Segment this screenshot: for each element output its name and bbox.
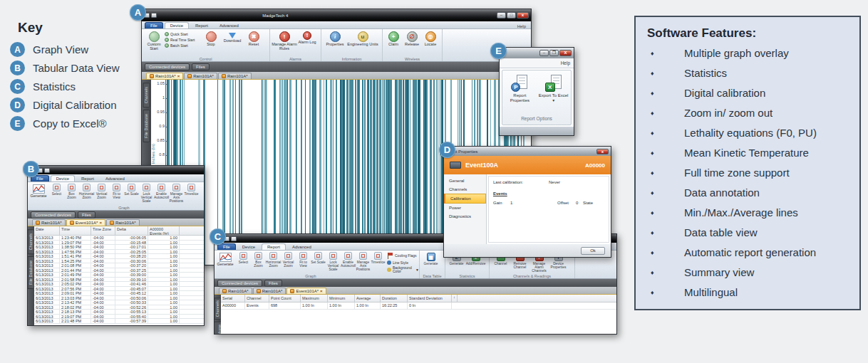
properties-button[interactable]: i Properties xyxy=(323,30,347,47)
ribbon-tab-report[interactable]: Report xyxy=(262,243,286,250)
document-tab[interactable]: Rain101A* xyxy=(219,288,252,294)
column-header[interactable]: Date xyxy=(34,226,60,235)
document-tab[interactable]: Rain101A* xyxy=(32,219,66,226)
minimize-button[interactable]: – xyxy=(539,50,549,56)
document-tab[interactable]: Event101A*× xyxy=(66,219,105,226)
real-time-start-button[interactable]: Real Time Start xyxy=(165,38,200,42)
nav-item-diagnostics[interactable]: Diagnostics xyxy=(444,212,486,221)
alarm-log-icon: ! xyxy=(303,31,311,40)
ok-button[interactable]: Ok xyxy=(581,247,605,255)
quick-start-button[interactable]: Quick Start xyxy=(165,32,200,36)
ribbon-tab-advanced[interactable]: Advanced xyxy=(287,244,316,250)
close-tab-icon[interactable]: × xyxy=(99,221,102,225)
titlebar[interactable]: Event Properties x xyxy=(444,147,611,156)
document-tab[interactable]: Event101A*× xyxy=(286,288,326,294)
close-button[interactable]: x xyxy=(517,12,529,19)
close-button[interactable]: X xyxy=(559,50,572,56)
column-header[interactable]: Channel xyxy=(245,295,269,302)
nav-item-general[interactable]: General xyxy=(444,177,486,185)
ribbon-tab-report[interactable]: Report xyxy=(76,176,99,182)
document-tab[interactable]: Rain101A* xyxy=(253,288,286,294)
alarm-log-button[interactable]: ! Alarm Log xyxy=(297,30,317,45)
tool-icon xyxy=(187,184,195,191)
document-tab[interactable]: Rain101A* xyxy=(218,73,252,79)
column-header[interactable]: Duration xyxy=(381,295,408,302)
nav-item-power[interactable]: Power xyxy=(444,204,486,212)
generate-button[interactable]: Generate xyxy=(28,182,49,210)
close-button[interactable]: x xyxy=(596,149,609,154)
sort-icon[interactable]: ↓ xyxy=(452,295,458,302)
cell: -04:00 xyxy=(91,245,115,249)
print-icon[interactable] xyxy=(44,168,50,173)
ribbon-tab-device[interactable]: Device xyxy=(51,175,75,182)
column-header[interactable]: Serial xyxy=(221,295,245,302)
reset-button[interactable]: ✖ Reset xyxy=(243,30,264,47)
titlebar[interactable] xyxy=(28,166,204,174)
column-header[interactable]: Time xyxy=(60,226,91,235)
files-tab[interactable]: Files xyxy=(78,211,95,219)
nav-item-channels[interactable]: Channels xyxy=(444,185,486,194)
file-database-side-tab[interactable]: File Database xyxy=(143,110,150,142)
files-tab[interactable]: Files xyxy=(192,63,210,70)
nav-item-calibration[interactable]: Calibration xyxy=(444,194,486,204)
document-tab[interactable]: Rain101A* xyxy=(184,73,217,79)
file-database-side-tab[interactable]: File Database xyxy=(28,256,34,289)
column-header[interactable]: Standard Deviation xyxy=(408,295,452,302)
line-style-button[interactable]: Line Style xyxy=(387,261,419,265)
cell: -00:50:06 xyxy=(115,296,148,300)
column-header[interactable]: Maximum xyxy=(301,295,328,302)
column-header[interactable]: Time Zone xyxy=(91,226,115,235)
channels-side-tab[interactable]: Channels xyxy=(143,83,150,107)
restore-button[interactable]: ❐ xyxy=(549,50,559,56)
column-header[interactable]: Delta xyxy=(115,226,148,235)
channels-side-tab[interactable]: Channels xyxy=(28,229,34,254)
ribbon-tab-device[interactable]: Device xyxy=(237,244,260,250)
document-tab[interactable]: Rain101A*× xyxy=(146,73,183,79)
locate-button[interactable]: ◎ Locate xyxy=(421,30,440,47)
download-button[interactable]: Download xyxy=(222,30,243,43)
background-color-button[interactable]: Background Color ▼ xyxy=(387,266,419,273)
claim-button[interactable]: + Claim xyxy=(384,30,403,47)
column-header[interactable]: Average xyxy=(355,295,381,302)
offset-value[interactable]: 0 xyxy=(576,201,578,205)
custom-start-button[interactable]: Custom Start xyxy=(143,30,165,51)
ribbon-tab-advanced[interactable]: Advanced xyxy=(100,176,130,182)
generate-button[interactable]: Generate xyxy=(215,251,236,278)
close-tab-icon[interactable]: × xyxy=(177,74,180,78)
ribbon-tab-device[interactable]: Device xyxy=(165,22,189,28)
column-header[interactable]: Minimum xyxy=(328,295,355,302)
help-link[interactable]: Help xyxy=(517,24,528,28)
print-icon[interactable] xyxy=(231,236,237,241)
ribbon-tab-report[interactable]: Report xyxy=(190,23,213,28)
table-row[interactable]: 6/13/20132:21:48 PM-04:00-00:57:391.00 xyxy=(34,319,204,324)
export-to-excel-button[interactable]: X Export To Excel ▼ xyxy=(537,75,570,103)
ribbon-tab-advanced[interactable]: Advanced xyxy=(215,23,244,28)
release-button[interactable]: ∅ Release xyxy=(403,30,421,47)
maximize-button[interactable]: □ xyxy=(507,12,516,19)
close-tab-icon[interactable]: × xyxy=(320,289,323,293)
batch-start-button[interactable]: Batch Start xyxy=(165,43,200,48)
connected-devices-tab[interactable]: Connected devices xyxy=(145,63,190,70)
gain-value[interactable]: 1 xyxy=(510,201,512,205)
help-link[interactable]: Help xyxy=(561,60,570,65)
ribbon-tab-file[interactable]: File xyxy=(145,22,163,28)
stop-button[interactable]: Stop xyxy=(200,30,222,47)
panel-bar: Connected devices Files xyxy=(28,211,204,219)
generate-data-table-button[interactable]: ▦ Generate xyxy=(421,251,440,265)
document-tab[interactable]: Rain101A* xyxy=(106,219,140,226)
minimize-button[interactable]: – xyxy=(497,12,506,19)
save-icon[interactable] xyxy=(151,13,157,18)
column-header[interactable]: A00000Events (hr) xyxy=(148,226,180,235)
titlebar[interactable]: – ❐ X xyxy=(500,48,574,58)
manage-alarm-rules-button[interactable]: ! Manage Alarm Rules xyxy=(272,30,297,51)
connected-devices-tab[interactable]: Connected devices xyxy=(217,280,262,287)
report-properties-button[interactable]: P Report Properties xyxy=(503,75,536,103)
connected-devices-tab[interactable]: Connected devices xyxy=(31,211,76,219)
files-tab[interactable]: Files xyxy=(264,280,282,287)
channels-side-tab[interactable]: Channels xyxy=(215,298,221,320)
cooling-flags-button[interactable]: Cooling Flags xyxy=(387,253,419,259)
titlebar[interactable]: MadgeTech 4 – □ x xyxy=(142,9,531,21)
engineering-units-button[interactable]: u Engineering Units xyxy=(347,30,378,47)
column-header[interactable]: Point Count xyxy=(269,295,301,302)
stats-row[interactable]: A00000Events6981.00 In1.00 In1.00 In16:2… xyxy=(221,302,616,310)
